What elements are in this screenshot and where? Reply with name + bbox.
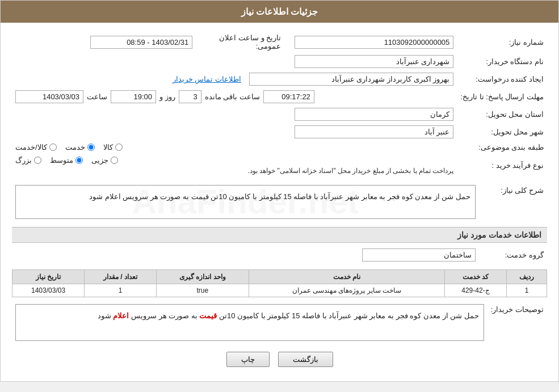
group-khedmat-label: گروه خدمت: [479,246,547,264]
radio-motavasset[interactable]: متوسط [50,156,83,165]
sharh-kolli-box: AnaFinder.net حمل شن از معدن کوه فجر به … [15,185,476,219]
radio-bozorg[interactable]: بزرگ [15,156,41,165]
cell-kod: ج-42-429 [444,284,506,297]
radio-motavasset-label: متوسط [50,156,73,165]
shahr-value: عنبر آباد [295,125,453,138]
table-row: 1 ج-42-429 ساخت سایر پروژه‌های مهندسی عم… [12,284,547,297]
tosiyat-text: حمل شن از معدن کوه فجر به معابر شهر عنبر… [98,311,479,320]
tosiyat-label: توصیحات خریدار: [487,302,547,343]
mohlat-ersal-label: مهلت ارسال پاسخ: تا تاریخ: [457,88,547,106]
col-kod: کد خدمت [444,270,506,284]
tabaqe-radio-group: کالا/خدمت خدمت کالا [15,143,453,151]
print-button[interactable]: چاپ [226,352,270,367]
radio-khedmat-label: خدمت [65,143,85,151]
roz-label: روز و [159,92,175,101]
radio-kala[interactable]: کالا [103,143,123,151]
noe-farayand-label: نوع فرآیند خرید : [457,154,547,177]
radio-bozorg-label: بزرگ [15,156,32,165]
col-tedad: تعداد / مقدار [85,270,157,284]
radio-khedmat[interactable]: خدمت [65,143,95,151]
ettelaat-tamas-link[interactable]: اطلاعات تماس خریدار [173,75,241,83]
back-button[interactable]: بازگشت [278,352,333,367]
sharh-kolli-text: حمل شن از معدن کوه فجر به معابر شهر عنبر… [89,192,470,201]
group-khedmat-value: ساختمان [362,248,476,262]
radio-kala-khedmat-label: کالا/خدمت [15,143,47,151]
services-table: ردیف کد خدمت نام خدمت واحد اندازه گیری ت… [12,269,547,297]
cell-tarikh: 1403/03/03 [12,284,85,297]
tarikh-saat-label: تاریخ و ساعت اعلان عمومی: [219,33,281,50]
radio-kala-khedmat-input[interactable] [49,144,57,151]
cell-tedad: 1 [85,284,157,297]
tarikh-saat-value: 1403/02/31 - 08:59 [90,36,192,49]
page-title: جزئیات اطلاعات نیاز [241,7,318,16]
ejad-konande-label: ایجاد کننده درخواست: [457,70,547,88]
col-vahed: واحد اندازه گیری [157,270,249,284]
radio-kala-khedmat[interactable]: کالا/خدمت [15,143,57,151]
baghi-mande-value: 09:17:22 [263,90,314,103]
radio-bozorg-input[interactable] [34,157,41,164]
radio-kala-label: کالا [103,143,113,151]
col-name: نام خدمت [249,270,444,284]
highlight-gheymat: قیمت [199,311,217,320]
page-header: جزئیات اطلاعات نیاز [1,1,558,23]
khadamat-section-title: اطلاعات خدمات مورد نیاز [12,227,547,243]
noe-farayand-radio-group: بزرگ متوسط جزیی [15,156,453,165]
farayand-note: پرداخت تمام یا بخشی از مبلغ خریداز محل "… [15,167,453,175]
col-radif: ردیف [507,270,547,284]
radio-kala-input[interactable] [115,144,123,151]
ejad-konande-value: بهروز اکبری کاربرداز شهرداری عنبرآباد [249,73,453,86]
mohlat-date: 1403/03/03 [15,90,83,103]
radio-motavasset-input[interactable] [75,157,83,164]
saat-label: ساعت [87,92,107,101]
nam-dastgah-value: شهرداری عنبرآباد [295,55,453,68]
ostan-value: کرمان [295,108,453,121]
sharh-kolli-label: شرح کلی نیاز: [479,183,547,221]
shahr-label: شهر محل تحویل: [457,123,547,141]
cell-radif: 1 [507,284,547,297]
col-tarikh: تاریخ نیاز [12,270,85,284]
buttons-row: بازگشت چاپ [12,352,547,367]
shomare-niaz-label: شماره نیاز: [457,31,547,53]
radio-khedmat-input[interactable] [87,144,95,151]
cell-name: ساخت سایر پروژه‌های مهندسی عمران [249,284,444,297]
radio-jozi-label: جزیی [91,156,108,165]
cell-vahed: true [157,284,249,297]
shomare-niaz-value: 1103092000000005 [295,36,453,49]
tosiyat-box: حمل شن از معدن کوه فجر به معابر شهر عنبر… [15,304,484,341]
ostan-label: استان محل تحویل: [457,106,547,123]
roz-value: 3 [179,90,201,103]
highlight-servis: اعلام [113,311,129,320]
radio-jozi[interactable]: جزیی [91,156,118,165]
radio-jozi-input[interactable] [111,157,118,164]
baghi-mande-label: ساعت باقی مانده [205,92,260,101]
tabaqe-label: طبقه بندی موضوعی: [457,141,547,154]
watermark: AnaFinder.net [132,171,359,233]
mohlat-saat: 19:00 [111,90,156,103]
nam-dastgah-label: نام دستگاه خریدار: [457,53,547,70]
